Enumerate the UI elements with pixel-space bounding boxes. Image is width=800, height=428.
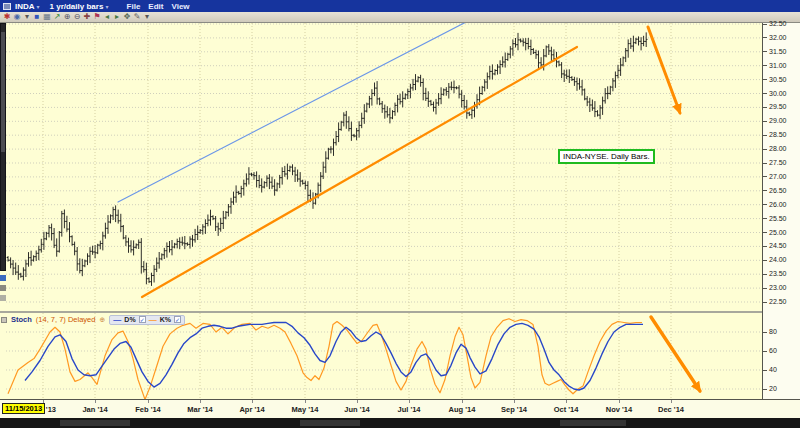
step-forward-icon[interactable]: ▸ xyxy=(112,12,122,22)
menu-edit[interactable]: Edit xyxy=(148,2,163,11)
axis-tick xyxy=(763,218,767,219)
favorites-icon[interactable]: ✱ xyxy=(2,12,12,22)
zoom-in-icon[interactable]: ⊕ xyxy=(62,12,72,22)
panel-grip-icon[interactable] xyxy=(1,317,7,323)
axis-tick xyxy=(763,246,767,247)
axis-tick xyxy=(763,93,767,94)
price-axis-label: 28.50 xyxy=(769,131,787,138)
chart-style-icon[interactable]: ■ xyxy=(32,12,42,22)
axis-tick xyxy=(514,400,515,403)
stochastic-label: Stoch xyxy=(11,315,32,324)
ohlc-bars xyxy=(7,32,648,286)
timeframe-dropdown[interactable]: 1 yr/daily bars ▾ xyxy=(50,2,109,11)
price-axis-label: 32.00 xyxy=(769,34,787,41)
legend-checkbox[interactable]: ✓ xyxy=(139,316,146,323)
axis-tick xyxy=(671,400,672,403)
price-axis-label: 25.00 xyxy=(769,229,787,236)
axis-tick xyxy=(763,176,767,177)
side-tool-icon[interactable] xyxy=(0,295,6,301)
flag-icon[interactable]: ⚑ xyxy=(92,12,102,22)
axis-tick xyxy=(763,149,767,150)
axis-tick xyxy=(763,163,767,164)
zoom-dropdown-icon[interactable]: ▾ xyxy=(22,12,32,22)
background-window-fragment xyxy=(300,420,360,426)
chevron-down-icon: ▾ xyxy=(37,4,40,10)
month-label: May '14 xyxy=(288,405,322,414)
pan-icon[interactable]: ✥ xyxy=(122,12,132,22)
menu-bar: FileEditView xyxy=(119,2,190,11)
price-axis-label: 31.50 xyxy=(769,48,787,55)
chevron-down-icon: ▾ xyxy=(106,4,109,10)
axis-tick xyxy=(763,274,767,275)
axis-tick xyxy=(763,65,767,66)
month-label: Nov '14 xyxy=(602,405,636,414)
axis-tick xyxy=(763,121,767,122)
stochastic-panel[interactable] xyxy=(6,313,762,399)
axis-tick xyxy=(357,400,358,403)
stochastic-legend: —D%✓—K%✓ xyxy=(109,315,185,325)
axis-tick xyxy=(305,400,306,403)
crosshair-icon[interactable]: ✚ xyxy=(82,12,92,22)
axis-tick xyxy=(763,204,767,205)
price-panel[interactable] xyxy=(6,23,762,311)
axis-tick xyxy=(763,260,767,261)
axis-tick xyxy=(619,400,620,403)
axis-tick xyxy=(148,400,149,403)
axis-tick xyxy=(252,400,253,403)
background-window-strip xyxy=(0,418,800,428)
price-axis-label: 23.50 xyxy=(769,270,787,277)
stochastic-header: Stoch (14, 7, 7) Delayed ⊕ —D%✓—K%✓ xyxy=(0,314,185,325)
chart-area: 32.5032.0031.5031.0030.5030.0029.5029.00… xyxy=(0,23,800,418)
expand-icon[interactable]: ⊕ xyxy=(99,316,105,324)
month-label: Mar '14 xyxy=(183,405,217,414)
price-axis-label: 23.00 xyxy=(769,284,787,291)
toolbar: ✱◉▾■▦↗⊕⊖✚⚑◂▸✥✎▾ xyxy=(0,12,800,23)
d-percent-line-swatch: — xyxy=(113,315,121,324)
trendline-tool-icon[interactable]: ↗ xyxy=(52,12,62,22)
price-axis-label: 30.50 xyxy=(769,76,787,83)
axis-tick xyxy=(763,51,767,52)
side-tool-icon[interactable] xyxy=(0,275,6,281)
price-axis-label: 29.00 xyxy=(769,117,787,124)
zoom-tool-icon[interactable]: ◉ xyxy=(12,12,22,22)
price-axis-label: 27.50 xyxy=(769,159,787,166)
pen-dropdown-icon[interactable]: ▾ xyxy=(142,12,152,22)
stoch-axis-label: 80 xyxy=(769,328,777,335)
price-axis: 32.5032.0031.5031.0030.5030.0029.5029.00… xyxy=(762,23,800,418)
axis-tick xyxy=(763,135,767,136)
charting-app-window: INDA ▾ 1 yr/daily bars ▾ FileEditView ✱◉… xyxy=(0,0,800,428)
price-axis-label: 28.00 xyxy=(769,145,787,152)
price-axis-label: 30.00 xyxy=(769,90,787,97)
axis-tick xyxy=(200,400,201,403)
axis-tick xyxy=(763,332,767,333)
date-axis: 11/15/2013 Dec '13Jan '14Feb '14Mar '14A… xyxy=(0,399,800,418)
vertical-scrollbar[interactable] xyxy=(0,23,6,271)
axis-tick xyxy=(763,190,767,191)
step-back-icon[interactable]: ◂ xyxy=(102,12,112,22)
scrollbar-thumb[interactable] xyxy=(1,32,5,152)
side-tool-icon[interactable] xyxy=(0,285,6,291)
axis-tick xyxy=(566,400,567,403)
month-label: Jun '14 xyxy=(340,405,374,414)
axis-tick xyxy=(763,24,767,25)
legend-checkbox[interactable]: ✓ xyxy=(174,316,181,323)
axis-tick xyxy=(763,232,767,233)
month-label: Feb '14 xyxy=(131,405,165,414)
legend-label: D% xyxy=(124,316,135,323)
menu-view[interactable]: View xyxy=(171,2,189,11)
zoom-out-icon[interactable]: ⊖ xyxy=(72,12,82,22)
menu-file[interactable]: File xyxy=(127,2,141,11)
price-axis-label: 24.50 xyxy=(769,242,787,249)
axis-tick xyxy=(763,79,767,80)
price-axis-label: 26.00 xyxy=(769,201,787,208)
pen-icon[interactable]: ✎ xyxy=(132,12,142,22)
indicator-icon[interactable]: ▦ xyxy=(42,12,52,22)
legend-label: K% xyxy=(160,316,171,323)
axis-tick xyxy=(409,400,410,403)
month-label: Dec '14 xyxy=(654,405,688,414)
annotation-box[interactable]: INDA-NYSE. Daily Bars. xyxy=(558,149,655,164)
symbol-dropdown[interactable]: INDA ▾ xyxy=(15,2,40,11)
price-axis-label: 25.50 xyxy=(769,215,787,222)
month-label: Jan '14 xyxy=(78,405,112,414)
axis-tick xyxy=(763,37,767,38)
